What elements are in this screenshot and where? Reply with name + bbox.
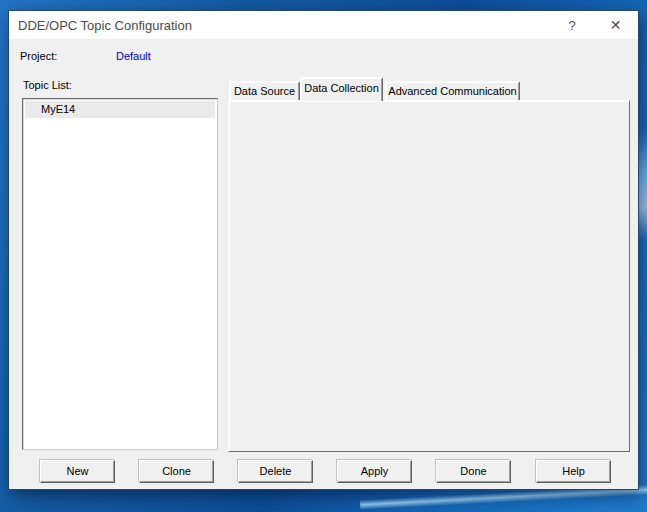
close-icon[interactable]: ✕ (593, 11, 638, 39)
data-collection-tab-panel (228, 100, 630, 452)
tab-data-collection[interactable]: Data Collection (300, 77, 383, 101)
tab-advanced-communication[interactable]: Advanced Communication (385, 81, 520, 101)
help-icon[interactable]: ? (551, 11, 593, 39)
window-title: DDE/OPC Topic Configuration (18, 18, 192, 33)
done-button[interactable]: Done (436, 460, 511, 483)
project-label: Project: (20, 50, 57, 62)
delete-button[interactable]: Delete (238, 460, 313, 483)
project-value: Default (116, 50, 151, 62)
topic-list-label: Topic List: (23, 79, 72, 91)
title-bar[interactable]: DDE/OPC Topic Configuration ? ✕ (9, 11, 638, 39)
help-button[interactable]: Help (536, 460, 611, 483)
apply-button[interactable]: Apply (337, 460, 412, 483)
clone-button[interactable]: Clone (139, 460, 214, 483)
dde-opc-topic-configuration-dialog: DDE/OPC Topic Configuration ? ✕ Project:… (8, 10, 639, 490)
new-button[interactable]: New (40, 460, 115, 483)
tab-data-source[interactable]: Data Source (229, 81, 300, 101)
topic-list-item[interactable]: MyE14 (25, 101, 215, 118)
topic-listbox[interactable]: MyE14 (22, 98, 218, 450)
